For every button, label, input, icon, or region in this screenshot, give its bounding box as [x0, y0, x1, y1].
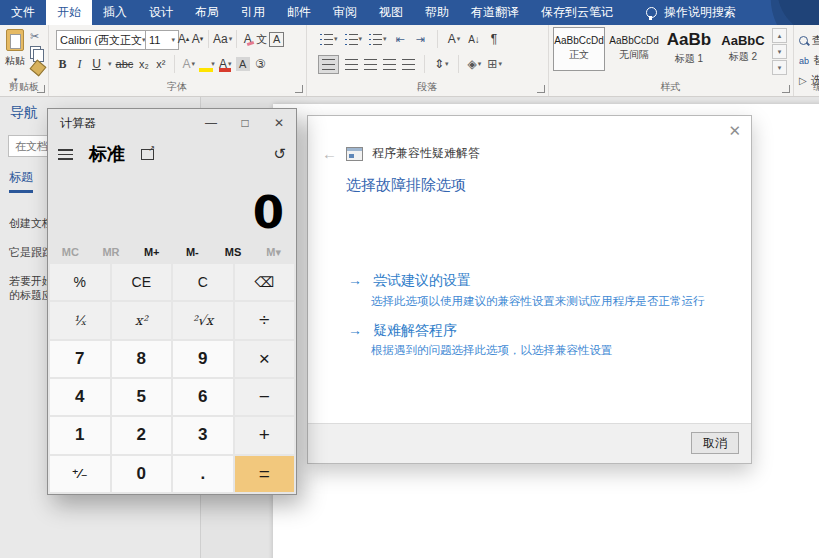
memory-add-button[interactable]: M+: [131, 243, 172, 261]
styles-scroll-down[interactable]: ▾: [772, 44, 787, 59]
asian-layout-button[interactable]: A▾: [448, 31, 461, 47]
styles-gallery-more[interactable]: ▾: [772, 60, 787, 75]
key-negate[interactable]: ⁺⁄₋: [50, 456, 110, 492]
align-left-button[interactable]: [318, 55, 339, 74]
line-spacing-button[interactable]: ⇕▾: [434, 56, 449, 72]
replace-button[interactable]: ab 替换: [799, 53, 819, 68]
cut-icon[interactable]: ✂: [30, 30, 44, 43]
styles-dialog-launcher[interactable]: [782, 85, 790, 93]
memory-store-button[interactable]: MS: [213, 243, 254, 261]
styles-scroll-up[interactable]: ▴: [772, 28, 787, 43]
paste-button[interactable]: 粘贴 ▾: [2, 29, 28, 87]
key-2[interactable]: 2: [112, 417, 172, 453]
justify-button[interactable]: [383, 59, 396, 70]
superscript-button[interactable]: x²: [154, 56, 167, 72]
decrease-indent-button[interactable]: ⇤: [394, 31, 407, 47]
key-decimal[interactable]: .: [173, 456, 233, 492]
numbering-button[interactable]: ▾: [345, 31, 363, 47]
phonetic-guide-button[interactable]: 文: [255, 31, 268, 47]
distribute-button[interactable]: [402, 59, 415, 70]
cancel-button[interactable]: 取消: [691, 432, 739, 454]
key-9[interactable]: 9: [173, 341, 233, 377]
multilevel-list-button[interactable]: ▾: [369, 31, 387, 47]
hamburger-menu-icon[interactable]: [58, 149, 73, 160]
key-equals[interactable]: =: [235, 456, 295, 492]
format-painter-icon[interactable]: [30, 60, 47, 77]
shading-button[interactable]: ◈▾: [468, 56, 482, 72]
find-button[interactable]: 查找: [799, 33, 819, 48]
tell-me-search[interactable]: 操作说明搜索: [646, 0, 736, 25]
dialog-close-icon[interactable]: ✕: [728, 122, 741, 140]
key-square[interactable]: x²: [112, 302, 172, 338]
clear-formatting-button[interactable]: A: [241, 31, 254, 47]
key-subtract[interactable]: −: [235, 379, 295, 415]
strikethrough-button[interactable]: abc: [116, 56, 134, 72]
enclose-characters-button[interactable]: ③: [254, 56, 267, 72]
style-no-spacing[interactable]: AaBbCcDd 无间隔: [607, 27, 661, 71]
key-5[interactable]: 5: [112, 379, 172, 415]
option-try-recommended-settings[interactable]: → 尝试建议的设置: [348, 272, 471, 290]
copy-icon[interactable]: [30, 46, 41, 59]
grow-font-button[interactable]: A▴: [177, 31, 190, 47]
key-7[interactable]: 7: [50, 341, 110, 377]
style-heading-2[interactable]: AaBbC 标题 2: [717, 27, 769, 71]
dialog-back-icon[interactable]: ←: [322, 145, 337, 162]
subscript-button[interactable]: x₂: [137, 56, 150, 72]
text-effects-button[interactable]: A▾: [182, 56, 195, 72]
minimize-icon[interactable]: —: [194, 109, 228, 137]
font-dialog-launcher[interactable]: [295, 85, 303, 93]
option-troubleshoot-program[interactable]: → 疑难解答程序: [348, 322, 457, 340]
align-right-button[interactable]: [364, 59, 377, 70]
tab-mailings[interactable]: 邮件: [276, 0, 322, 25]
bold-button[interactable]: B: [56, 56, 69, 72]
tab-home[interactable]: 开始: [46, 0, 92, 25]
tab-youdao-translate[interactable]: 有道翻译: [460, 0, 530, 25]
clipboard-dialog-launcher[interactable]: [37, 85, 45, 93]
tab-layout[interactable]: 布局: [184, 0, 230, 25]
tab-save-to-cloud-notes[interactable]: 保存到云笔记: [530, 0, 624, 25]
align-center-button[interactable]: [345, 59, 358, 70]
key-reciprocal[interactable]: ¹⁄ₓ: [50, 302, 110, 338]
show-formatting-marks-button[interactable]: ¶: [488, 31, 501, 47]
key-clear-entry[interactable]: CE: [112, 264, 172, 300]
font-name-combobox[interactable]: Calibri (西文正文 ▾: [56, 30, 148, 50]
key-4[interactable]: 4: [50, 379, 110, 415]
key-clear[interactable]: C: [173, 264, 233, 300]
tab-insert[interactable]: 插入: [92, 0, 138, 25]
key-6[interactable]: 6: [173, 379, 233, 415]
key-8[interactable]: 8: [112, 341, 172, 377]
tab-review[interactable]: 审阅: [322, 0, 368, 25]
borders-button[interactable]: ⊞▾: [487, 56, 502, 72]
font-size-combobox[interactable]: 11 ▾: [145, 30, 179, 50]
memory-subtract-button[interactable]: M-: [172, 243, 213, 261]
sort-button[interactable]: A↓: [468, 31, 481, 47]
maximize-icon[interactable]: □: [228, 109, 262, 137]
shrink-font-button[interactable]: A▾: [191, 31, 204, 47]
paragraph-dialog-launcher[interactable]: [537, 85, 545, 93]
key-backspace[interactable]: ⌫: [235, 264, 295, 300]
style-heading-1[interactable]: AaBb 标题 1: [663, 27, 715, 71]
text-highlight-button[interactable]: ▾: [199, 56, 215, 72]
key-add[interactable]: +: [235, 417, 295, 453]
italic-button[interactable]: I: [73, 56, 86, 72]
key-divide[interactable]: ÷: [235, 302, 295, 338]
font-color-button[interactable]: A▾: [219, 56, 232, 72]
history-icon[interactable]: ↺: [273, 145, 286, 163]
keep-on-top-icon[interactable]: [141, 149, 154, 160]
key-percent[interactable]: %: [50, 264, 110, 300]
increase-indent-button[interactable]: ⇥: [414, 31, 427, 47]
key-3[interactable]: 3: [173, 417, 233, 453]
close-icon[interactable]: ✕: [262, 109, 296, 137]
calculator-titlebar[interactable]: 计算器 — □ ✕: [48, 109, 296, 137]
tab-help[interactable]: 帮助: [414, 0, 460, 25]
tab-view[interactable]: 视图: [368, 0, 414, 25]
tab-file[interactable]: 文件: [0, 0, 46, 25]
style-normal[interactable]: AaBbCcDd 正文: [553, 27, 605, 71]
tab-design[interactable]: 设计: [138, 0, 184, 25]
bullets-button[interactable]: ▾: [320, 31, 338, 47]
key-multiply[interactable]: ×: [235, 341, 295, 377]
key-1[interactable]: 1: [50, 417, 110, 453]
character-shading-button[interactable]: A: [236, 57, 250, 71]
character-border-button[interactable]: A: [269, 32, 284, 47]
tab-references[interactable]: 引用: [230, 0, 276, 25]
